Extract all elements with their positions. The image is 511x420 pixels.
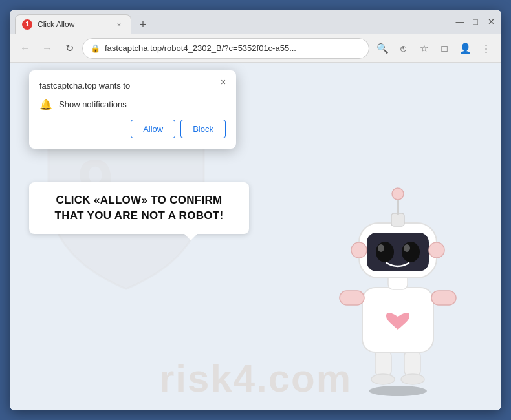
allow-button[interactable]: Allow bbox=[131, 120, 175, 138]
maximize-button[interactable]: □ bbox=[470, 17, 481, 27]
watermark-text: risk4.com bbox=[10, 356, 501, 401]
profile-icon-button[interactable]: 👤 bbox=[456, 39, 474, 58]
reload-button[interactable]: ↻ bbox=[60, 39, 78, 58]
svg-rect-8 bbox=[431, 291, 456, 305]
svg-rect-7 bbox=[340, 291, 364, 305]
toolbar: ← → ↻ 🔒 fastcaptcha.top/robot4_2302_B/?c… bbox=[10, 34, 501, 63]
svg-point-15 bbox=[404, 244, 410, 252]
popup-notification-row: 🔔 Show notifications bbox=[39, 98, 226, 110]
notification-text: Show notifications bbox=[59, 100, 127, 109]
extensions-icon-button[interactable]: □ bbox=[435, 39, 453, 58]
bookmark-icon-button[interactable]: ☆ bbox=[415, 39, 433, 58]
address-text: fastcaptcha.top/robot4_2302_B/?c=5352f01… bbox=[105, 43, 361, 53]
address-bar[interactable]: 🔒 fastcaptcha.top/robot4_2302_B/?c=5352f… bbox=[82, 38, 369, 59]
tab-favicon: 1 bbox=[22, 19, 32, 30]
popup-close-button[interactable]: × bbox=[217, 76, 230, 89]
block-button[interactable]: Block bbox=[180, 120, 226, 138]
title-bar: 1 Click Allow × + — □ ✕ bbox=[10, 10, 501, 34]
svg-point-18 bbox=[392, 188, 404, 200]
svg-point-19 bbox=[351, 242, 367, 258]
svg-point-13 bbox=[402, 242, 420, 262]
browser-tab[interactable]: 1 Click Allow × bbox=[15, 14, 131, 34]
search-icon-button[interactable]: 🔍 bbox=[373, 39, 391, 58]
forward-button[interactable]: → bbox=[38, 39, 56, 58]
share-icon-button[interactable]: ⎋ bbox=[394, 39, 412, 58]
page-content: 9 × fastcaptcha.top wants to 🔔 Show noti… bbox=[10, 63, 501, 410]
svg-point-12 bbox=[376, 242, 394, 262]
speech-bubble: CLICK «ALLOW» TO CONFIRM THAT YOU ARE NO… bbox=[29, 182, 249, 234]
close-window-button[interactable]: ✕ bbox=[486, 17, 496, 27]
tab-title: Click Allow bbox=[38, 20, 109, 29]
main-text: CLICK «ALLOW» TO CONFIRM THAT YOU ARE NO… bbox=[42, 193, 236, 224]
notification-popup: × fastcaptcha.top wants to 🔔 Show notifi… bbox=[29, 70, 236, 149]
popup-title: fastcaptcha.top wants to bbox=[39, 81, 226, 90]
back-button[interactable]: ← bbox=[16, 39, 34, 58]
popup-buttons: Allow Block bbox=[39, 120, 226, 138]
browser-window: 1 Click Allow × + — □ ✕ ← → ↻ 🔒 fastcapt… bbox=[10, 10, 501, 410]
menu-icon-button[interactable]: ⋮ bbox=[477, 39, 495, 58]
svg-point-20 bbox=[429, 242, 444, 258]
lock-icon: 🔒 bbox=[91, 44, 100, 53]
new-tab-button[interactable]: + bbox=[134, 16, 152, 34]
toolbar-icons: 🔍 ⎋ ☆ □ 👤 ⋮ bbox=[373, 39, 495, 58]
bell-icon: 🔔 bbox=[39, 98, 52, 110]
window-controls: — □ ✕ bbox=[455, 17, 496, 27]
tab-close-button[interactable]: × bbox=[114, 19, 124, 30]
svg-point-14 bbox=[378, 244, 384, 252]
minimize-button[interactable]: — bbox=[455, 17, 465, 27]
tab-area: 1 Click Allow × + bbox=[15, 10, 446, 34]
